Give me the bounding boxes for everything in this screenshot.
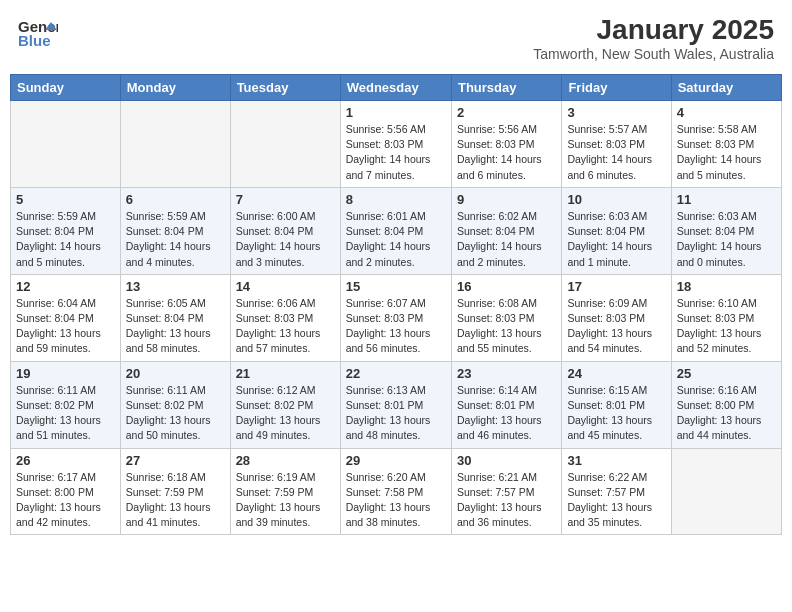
calendar-week-row: 26Sunrise: 6:17 AM Sunset: 8:00 PM Dayli… [11, 448, 782, 535]
calendar-title: January 2025 [533, 14, 774, 46]
calendar-day-cell: 12Sunrise: 6:04 AM Sunset: 8:04 PM Dayli… [11, 274, 121, 361]
day-number: 14 [236, 279, 335, 294]
calendar-day-cell [11, 101, 121, 188]
svg-text:Blue: Blue [18, 32, 51, 49]
day-of-week-header: Saturday [671, 75, 781, 101]
day-number: 8 [346, 192, 446, 207]
day-number: 26 [16, 453, 115, 468]
calendar-day-cell: 4Sunrise: 5:58 AM Sunset: 8:03 PM Daylig… [671, 101, 781, 188]
calendar-day-cell [230, 101, 340, 188]
calendar-day-cell [671, 448, 781, 535]
day-number: 18 [677, 279, 776, 294]
calendar-day-cell: 20Sunrise: 6:11 AM Sunset: 8:02 PM Dayli… [120, 361, 230, 448]
calendar-day-cell: 25Sunrise: 6:16 AM Sunset: 8:00 PM Dayli… [671, 361, 781, 448]
calendar-day-cell: 28Sunrise: 6:19 AM Sunset: 7:59 PM Dayli… [230, 448, 340, 535]
day-number: 9 [457, 192, 556, 207]
calendar-table: SundayMondayTuesdayWednesdayThursdayFrid… [10, 74, 782, 535]
calendar-day-cell: 30Sunrise: 6:21 AM Sunset: 7:57 PM Dayli… [451, 448, 561, 535]
day-info: Sunrise: 5:59 AM Sunset: 8:04 PM Dayligh… [126, 209, 225, 270]
day-number: 16 [457, 279, 556, 294]
calendar-week-row: 12Sunrise: 6:04 AM Sunset: 8:04 PM Dayli… [11, 274, 782, 361]
day-info: Sunrise: 6:03 AM Sunset: 8:04 PM Dayligh… [567, 209, 665, 270]
calendar-day-cell: 17Sunrise: 6:09 AM Sunset: 8:03 PM Dayli… [562, 274, 671, 361]
day-number: 10 [567, 192, 665, 207]
day-number: 28 [236, 453, 335, 468]
day-of-week-header: Monday [120, 75, 230, 101]
page-header: General Blue January 2025 Tamworth, New … [10, 10, 782, 66]
day-number: 29 [346, 453, 446, 468]
day-of-week-header: Sunday [11, 75, 121, 101]
day-number: 22 [346, 366, 446, 381]
day-info: Sunrise: 6:16 AM Sunset: 8:00 PM Dayligh… [677, 383, 776, 444]
title-block: January 2025 Tamworth, New South Wales, … [533, 14, 774, 62]
calendar-subtitle: Tamworth, New South Wales, Australia [533, 46, 774, 62]
day-info: Sunrise: 6:01 AM Sunset: 8:04 PM Dayligh… [346, 209, 446, 270]
day-number: 4 [677, 105, 776, 120]
day-number: 1 [346, 105, 446, 120]
day-number: 24 [567, 366, 665, 381]
logo-mark: General Blue [18, 14, 58, 58]
day-number: 19 [16, 366, 115, 381]
calendar-day-cell: 5Sunrise: 5:59 AM Sunset: 8:04 PM Daylig… [11, 187, 121, 274]
calendar-day-cell: 29Sunrise: 6:20 AM Sunset: 7:58 PM Dayli… [340, 448, 451, 535]
day-of-week-header: Tuesday [230, 75, 340, 101]
calendar-day-cell: 26Sunrise: 6:17 AM Sunset: 8:00 PM Dayli… [11, 448, 121, 535]
day-info: Sunrise: 6:21 AM Sunset: 7:57 PM Dayligh… [457, 470, 556, 531]
calendar-day-cell: 24Sunrise: 6:15 AM Sunset: 8:01 PM Dayli… [562, 361, 671, 448]
calendar-day-cell: 31Sunrise: 6:22 AM Sunset: 7:57 PM Dayli… [562, 448, 671, 535]
day-of-week-header: Wednesday [340, 75, 451, 101]
day-info: Sunrise: 6:20 AM Sunset: 7:58 PM Dayligh… [346, 470, 446, 531]
calendar-day-cell: 9Sunrise: 6:02 AM Sunset: 8:04 PM Daylig… [451, 187, 561, 274]
calendar-day-cell: 1Sunrise: 5:56 AM Sunset: 8:03 PM Daylig… [340, 101, 451, 188]
day-info: Sunrise: 6:13 AM Sunset: 8:01 PM Dayligh… [346, 383, 446, 444]
calendar-day-cell: 2Sunrise: 5:56 AM Sunset: 8:03 PM Daylig… [451, 101, 561, 188]
day-info: Sunrise: 6:05 AM Sunset: 8:04 PM Dayligh… [126, 296, 225, 357]
calendar-day-cell: 14Sunrise: 6:06 AM Sunset: 8:03 PM Dayli… [230, 274, 340, 361]
day-number: 6 [126, 192, 225, 207]
day-info: Sunrise: 6:18 AM Sunset: 7:59 PM Dayligh… [126, 470, 225, 531]
day-number: 30 [457, 453, 556, 468]
day-info: Sunrise: 6:12 AM Sunset: 8:02 PM Dayligh… [236, 383, 335, 444]
day-info: Sunrise: 6:15 AM Sunset: 8:01 PM Dayligh… [567, 383, 665, 444]
calendar-day-cell: 13Sunrise: 6:05 AM Sunset: 8:04 PM Dayli… [120, 274, 230, 361]
day-info: Sunrise: 6:10 AM Sunset: 8:03 PM Dayligh… [677, 296, 776, 357]
day-info: Sunrise: 6:02 AM Sunset: 8:04 PM Dayligh… [457, 209, 556, 270]
day-number: 31 [567, 453, 665, 468]
calendar-day-cell: 23Sunrise: 6:14 AM Sunset: 8:01 PM Dayli… [451, 361, 561, 448]
day-number: 15 [346, 279, 446, 294]
day-info: Sunrise: 5:56 AM Sunset: 8:03 PM Dayligh… [457, 122, 556, 183]
calendar-week-row: 5Sunrise: 5:59 AM Sunset: 8:04 PM Daylig… [11, 187, 782, 274]
day-info: Sunrise: 6:00 AM Sunset: 8:04 PM Dayligh… [236, 209, 335, 270]
day-number: 11 [677, 192, 776, 207]
calendar-day-cell [120, 101, 230, 188]
calendar-day-cell: 11Sunrise: 6:03 AM Sunset: 8:04 PM Dayli… [671, 187, 781, 274]
calendar-day-cell: 18Sunrise: 6:10 AM Sunset: 8:03 PM Dayli… [671, 274, 781, 361]
day-number: 17 [567, 279, 665, 294]
calendar-week-row: 19Sunrise: 6:11 AM Sunset: 8:02 PM Dayli… [11, 361, 782, 448]
day-number: 13 [126, 279, 225, 294]
day-info: Sunrise: 6:07 AM Sunset: 8:03 PM Dayligh… [346, 296, 446, 357]
calendar-day-cell: 19Sunrise: 6:11 AM Sunset: 8:02 PM Dayli… [11, 361, 121, 448]
day-number: 25 [677, 366, 776, 381]
day-info: Sunrise: 5:59 AM Sunset: 8:04 PM Dayligh… [16, 209, 115, 270]
day-info: Sunrise: 6:11 AM Sunset: 8:02 PM Dayligh… [16, 383, 115, 444]
day-number: 5 [16, 192, 115, 207]
calendar-day-cell: 16Sunrise: 6:08 AM Sunset: 8:03 PM Dayli… [451, 274, 561, 361]
calendar-day-cell: 8Sunrise: 6:01 AM Sunset: 8:04 PM Daylig… [340, 187, 451, 274]
calendar-day-cell: 3Sunrise: 5:57 AM Sunset: 8:03 PM Daylig… [562, 101, 671, 188]
day-number: 2 [457, 105, 556, 120]
day-number: 23 [457, 366, 556, 381]
calendar-day-cell: 7Sunrise: 6:00 AM Sunset: 8:04 PM Daylig… [230, 187, 340, 274]
calendar-day-cell: 21Sunrise: 6:12 AM Sunset: 8:02 PM Dayli… [230, 361, 340, 448]
day-info: Sunrise: 6:04 AM Sunset: 8:04 PM Dayligh… [16, 296, 115, 357]
day-info: Sunrise: 6:22 AM Sunset: 7:57 PM Dayligh… [567, 470, 665, 531]
day-info: Sunrise: 6:03 AM Sunset: 8:04 PM Dayligh… [677, 209, 776, 270]
calendar-day-cell: 27Sunrise: 6:18 AM Sunset: 7:59 PM Dayli… [120, 448, 230, 535]
calendar-day-cell: 10Sunrise: 6:03 AM Sunset: 8:04 PM Dayli… [562, 187, 671, 274]
day-info: Sunrise: 6:17 AM Sunset: 8:00 PM Dayligh… [16, 470, 115, 531]
day-number: 27 [126, 453, 225, 468]
calendar-day-cell: 22Sunrise: 6:13 AM Sunset: 8:01 PM Dayli… [340, 361, 451, 448]
day-number: 20 [126, 366, 225, 381]
day-of-week-header: Friday [562, 75, 671, 101]
day-info: Sunrise: 6:09 AM Sunset: 8:03 PM Dayligh… [567, 296, 665, 357]
